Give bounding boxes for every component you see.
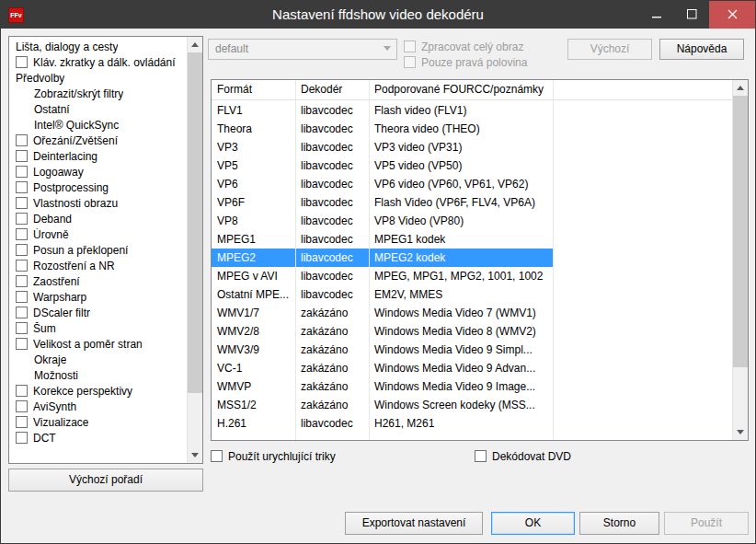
sidebar-scrollbar[interactable] bbox=[187, 37, 202, 463]
column-header[interactable]: Dekodér bbox=[295, 80, 369, 99]
table-row[interactable]: TheoralibavcodecTheora video (THEO) bbox=[212, 120, 553, 138]
sidebar-item[interactable]: Deinterlacing bbox=[9, 148, 187, 164]
minimize-button[interactable] bbox=[639, 1, 674, 29]
decode-dvd-checkbox[interactable]: Dekódovat DVD bbox=[475, 449, 571, 463]
scroll-thumb[interactable] bbox=[188, 52, 202, 393]
sidebar-item-label: Deband bbox=[33, 213, 72, 226]
column-header[interactable]: Podporované FOURCC/poznámky bbox=[369, 80, 553, 99]
table-cell: MPEG2 kodek bbox=[369, 249, 553, 267]
sidebar-item[interactable]: Úrovně bbox=[9, 226, 187, 242]
sidebar-item-label: DCT bbox=[33, 432, 56, 445]
scroll-up-arrow[interactable] bbox=[188, 37, 202, 52]
sidebar-item-label: Možnosti bbox=[34, 369, 78, 382]
sidebar-item[interactable]: Rozostření a NR bbox=[9, 258, 187, 273]
table-cell: zakázáno bbox=[295, 359, 369, 377]
help-button[interactable]: Nápověda bbox=[659, 39, 744, 60]
table-cell: MPEG2 bbox=[212, 249, 295, 267]
table-row[interactable]: VC-1zakázánoWindows Media Video 9 Advan.… bbox=[212, 359, 553, 377]
sidebar-item[interactable]: Ořezání/Zvětšení bbox=[9, 133, 187, 148]
sidebar-item[interactable]: Deband bbox=[9, 211, 187, 226]
column-header[interactable]: Formát bbox=[212, 80, 295, 99]
sidebar-item[interactable]: Postprocessing bbox=[9, 179, 187, 195]
codec-table: FormátDekodérPodporované FOURCC/poznámky… bbox=[211, 79, 749, 441]
sidebar-item[interactable]: Logoaway bbox=[9, 164, 187, 179]
table-cell: VP5 video (VP50) bbox=[369, 156, 553, 175]
table-row[interactable]: MPEG2libavcodecMPEG2 kodek bbox=[212, 249, 553, 267]
table-row[interactable]: WMV2/8zakázánoWindows Media Video 8 (WMV… bbox=[212, 322, 553, 341]
default-order-button[interactable]: Výchozí pořadí bbox=[8, 469, 203, 492]
sidebar-item-checkbox[interactable] bbox=[16, 322, 28, 334]
table-row[interactable]: VP8libavcodecVP8 Video (VP80) bbox=[212, 212, 553, 230]
sidebar-item-checkbox[interactable] bbox=[16, 228, 28, 240]
sidebar-item[interactable]: Zobrazit/skrýt filtry bbox=[9, 86, 187, 101]
table-row[interactable]: H.261libavcodecH261, M261 bbox=[212, 414, 553, 433]
sidebar-item[interactable]: Intel® QuickSync bbox=[9, 117, 187, 133]
table-row[interactable]: VP6libavcodecVP6 video (VP60, VP61, VP62… bbox=[212, 175, 553, 193]
sidebar-item[interactable]: AviSynth bbox=[9, 399, 187, 414]
sidebar-item-checkbox[interactable] bbox=[16, 432, 28, 444]
scroll-up-arrow[interactable] bbox=[733, 80, 748, 96]
sidebar-item[interactable]: Vizualizace bbox=[9, 414, 187, 430]
table-row[interactable]: MPEG v AVIlibavcodecMPEG, MPG1, MPG2, 10… bbox=[212, 267, 553, 285]
sidebar-item-checkbox[interactable] bbox=[16, 260, 28, 272]
sidebar-item-checkbox[interactable] bbox=[16, 181, 28, 193]
sidebar-item-checkbox[interactable] bbox=[16, 416, 28, 428]
table-row[interactable]: WMV1/7zakázánoWindows Media Video 7 (WMV… bbox=[212, 304, 553, 322]
checkbox-box[interactable] bbox=[475, 450, 487, 462]
ok-button[interactable]: OK bbox=[491, 512, 575, 535]
sidebar-item[interactable]: Zaostření bbox=[9, 273, 187, 289]
speedup-tricks-checkbox[interactable]: Použít urychlující triky bbox=[211, 449, 336, 463]
sidebar-item-checkbox[interactable] bbox=[16, 166, 28, 178]
sidebar-item[interactable]: Warpsharp bbox=[9, 289, 187, 305]
sidebar-item[interactable]: Posun a překlopení bbox=[9, 242, 187, 258]
sidebar-item[interactable]: Okraje bbox=[9, 352, 187, 367]
scroll-down-arrow[interactable] bbox=[733, 424, 748, 440]
sidebar-item[interactable]: Možnosti bbox=[9, 367, 187, 383]
sidebar-item[interactable]: Korekce perspektivy bbox=[9, 383, 187, 399]
sidebar-item-checkbox[interactable] bbox=[16, 244, 28, 256]
table-row[interactable]: Ostatní MPE...libavcodecEM2V, MMES bbox=[212, 285, 553, 304]
export-settings-button[interactable]: Exportovat nastavení bbox=[345, 512, 483, 535]
sidebar-item-label: Korekce perspektivy bbox=[33, 385, 132, 398]
sidebar-item-checkbox[interactable] bbox=[16, 56, 28, 68]
sidebar-item-checkbox[interactable] bbox=[16, 291, 28, 303]
table-row[interactable]: WMVPzakázánoWindows Media Video 9 Image.… bbox=[212, 377, 553, 396]
sidebar-item[interactable]: Šum bbox=[9, 320, 187, 336]
sidebar-item[interactable]: Předvolby bbox=[9, 70, 187, 86]
close-button[interactable] bbox=[709, 1, 755, 29]
checkbox-box[interactable] bbox=[211, 450, 223, 462]
table-row[interactable]: WMV3/9zakázánoWindows Media Video 9 Simp… bbox=[212, 341, 553, 359]
table-row[interactable]: MPEG1libavcodecMPEG1 kodek bbox=[212, 230, 553, 249]
sidebar-item-checkbox[interactable] bbox=[16, 213, 28, 225]
table-row[interactable]: FLV1libavcodecFlash video (FLV1) bbox=[212, 101, 553, 120]
scroll-down-arrow[interactable] bbox=[188, 447, 202, 463]
sidebar-item-checkbox[interactable] bbox=[16, 134, 28, 146]
checkbox-label: Použít urychlující triky bbox=[228, 450, 336, 463]
table-row[interactable]: VP3libavcodecVP3 video (VP31) bbox=[212, 138, 553, 156]
sidebar-item[interactable]: Kláv. zkratky a dálk. ovládání bbox=[9, 54, 187, 70]
maximize-button[interactable] bbox=[674, 1, 709, 29]
cancel-button[interactable]: Storno bbox=[579, 512, 659, 535]
sidebar-item[interactable]: Velikost a poměr stran bbox=[9, 336, 187, 352]
sidebar-item[interactable]: Vlastnosti obrazu bbox=[9, 195, 187, 211]
sidebar-item[interactable]: Lišta, dialogy a cesty bbox=[9, 39, 187, 54]
sidebar-item-checkbox[interactable] bbox=[16, 400, 28, 412]
table-cell: zakázáno bbox=[295, 377, 369, 396]
sidebar-item-label: Ostatní bbox=[34, 103, 70, 116]
table-row[interactable]: MSS1/2zakázánoWindows Screen kodeky (MSS… bbox=[212, 396, 553, 414]
sidebar-item-checkbox[interactable] bbox=[16, 338, 28, 350]
sidebar-item-checkbox[interactable] bbox=[16, 197, 28, 209]
sidebar-item[interactable]: DCT bbox=[9, 430, 187, 446]
sidebar-item-checkbox[interactable] bbox=[16, 307, 28, 318]
table-cell: libavcodec bbox=[295, 230, 369, 249]
table-scrollbar[interactable] bbox=[732, 80, 748, 440]
sidebar-item-checkbox[interactable] bbox=[16, 150, 28, 162]
maximize-icon bbox=[687, 6, 697, 23]
sidebar-item[interactable]: DScaler filtr bbox=[9, 305, 187, 320]
sidebar-item-checkbox[interactable] bbox=[16, 385, 28, 397]
table-row[interactable]: VP5libavcodecVP5 video (VP50) bbox=[212, 156, 553, 175]
sidebar-item-checkbox[interactable] bbox=[16, 275, 28, 287]
scroll-thumb[interactable] bbox=[733, 96, 748, 367]
table-row[interactable]: VP6FlibavcodecFlash Video (VP6F, FLV4, V… bbox=[212, 193, 553, 212]
sidebar-item[interactable]: Ostatní bbox=[9, 101, 187, 117]
